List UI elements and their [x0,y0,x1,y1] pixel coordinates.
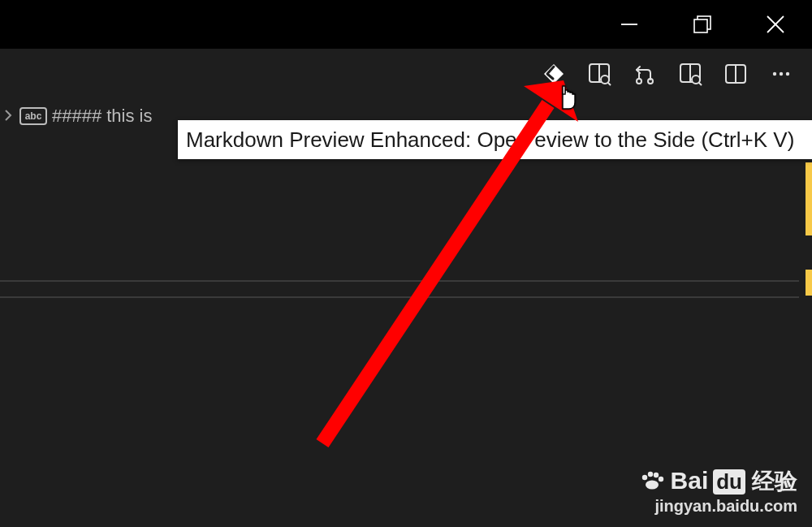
symbol-string-icon: abc [19,107,47,125]
svg-point-11 [637,79,641,84]
open-preview-side-button[interactable] [577,51,622,97]
window-minimize-button[interactable] [593,0,666,49]
editor-toolbar [0,49,812,99]
split-editor-icon [723,62,748,86]
svg-point-21 [786,72,789,76]
change-indicator [806,162,812,235]
close-icon [765,14,786,35]
cursor-pointer-icon [555,81,578,110]
open-changes-button[interactable] [622,51,667,97]
svg-rect-24 [563,86,565,94]
window-close-button[interactable] [739,0,812,49]
horizontal-rule [0,280,799,282]
compare-changes-icon [633,62,657,86]
svg-point-20 [780,72,783,76]
horizontal-rule [0,296,799,298]
svg-point-10 [648,79,653,84]
more-actions-button[interactable] [758,51,804,97]
tooltip: Markdown Preview Enhanced: Open eview to… [178,120,812,159]
svg-line-9 [608,83,611,86]
split-editor-button[interactable] [713,51,758,97]
open-preview-button[interactable] [667,51,713,97]
breadcrumb-text: this is [106,106,152,127]
svg-rect-2 [694,19,707,32]
window-restore-button[interactable] [666,0,739,49]
editor-body[interactable] [0,133,812,527]
more-actions-icon [769,62,793,86]
breadcrumb-heading-marker: ##### [52,106,102,127]
titlebar [0,0,812,49]
tooltip-text: Markdown Preview Enhanced: Open eview to… [186,127,794,152]
chevron-right-icon [2,106,15,127]
change-indicator [806,270,812,296]
preview-side-icon [587,62,611,86]
restore-icon [692,14,713,35]
minimize-icon [619,14,640,35]
open-preview-icon [678,62,702,86]
svg-line-16 [699,83,702,86]
svg-point-19 [773,72,776,76]
